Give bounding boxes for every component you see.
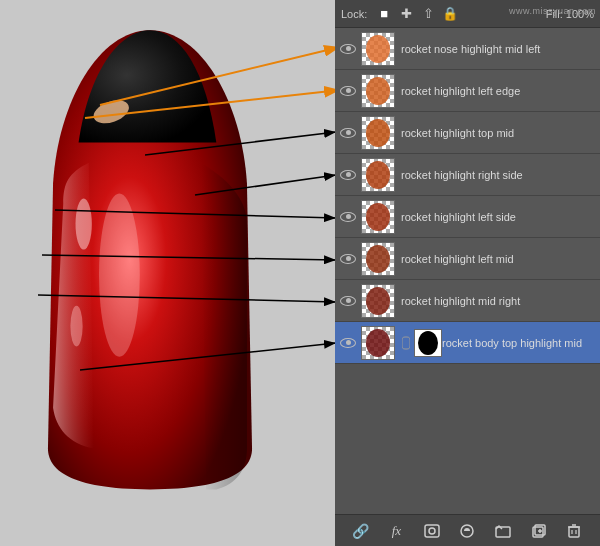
layer-thumbnail (361, 158, 395, 192)
layer-item[interactable]: rocket body top highlight mid (335, 322, 600, 364)
delete-layer-icon[interactable] (563, 520, 585, 542)
svg-point-25 (429, 528, 435, 534)
layer-thumbnail (361, 284, 395, 318)
link-layers-icon[interactable]: 🔗 (350, 520, 372, 542)
layer-item[interactable]: rocket nose highlight mid left (335, 28, 600, 70)
watermark: www.missyuan.com (509, 6, 596, 16)
svg-point-23 (418, 331, 438, 355)
add-mask-icon[interactable] (421, 520, 443, 542)
layer-visibility-toggle[interactable] (339, 334, 357, 352)
lock-label: Lock: (341, 8, 367, 20)
layer-name-label: rocket highlight left side (401, 211, 596, 223)
layer-effects-icon[interactable]: fx (385, 520, 407, 542)
layer-item[interactable]: rocket highlight left edge (335, 70, 600, 112)
svg-point-19 (366, 245, 390, 273)
layer-mask-thumbnail (414, 329, 442, 357)
svg-rect-24 (425, 525, 439, 537)
layer-visibility-toggle[interactable] (339, 292, 357, 310)
rocket-illustration (30, 20, 270, 520)
layer-name-label: rocket highlight left mid (401, 253, 596, 265)
lock-all-icon[interactable]: 🔒 (441, 5, 459, 23)
layer-name-label: rocket highlight mid right (401, 295, 596, 307)
layer-item[interactable]: rocket highlight mid right (335, 280, 600, 322)
svg-point-21 (366, 329, 390, 357)
layer-thumbnail (361, 326, 395, 360)
layers-list: rocket nose highlight mid left rocket hi… (335, 28, 600, 514)
layer-visibility-toggle[interactable] (339, 124, 357, 142)
lock-position-icon[interactable]: ✚ (397, 5, 415, 23)
svg-point-17 (366, 161, 390, 189)
svg-point-15 (366, 77, 390, 105)
layers-bottom-toolbar: 🔗 fx (335, 514, 600, 546)
layer-item[interactable]: rocket highlight left side (335, 196, 600, 238)
layer-visibility-toggle[interactable] (339, 40, 357, 58)
svg-rect-32 (569, 527, 579, 537)
layers-panel: Lock: ■ ✚ ⇧ 🔒 Fill: 100% www.missyuan.co… (335, 0, 600, 546)
svg-point-14 (366, 35, 390, 63)
layer-thumbnail (361, 116, 395, 150)
layer-visibility-toggle[interactable] (339, 250, 357, 268)
layer-item[interactable]: rocket highlight top mid (335, 112, 600, 154)
layer-name-label: rocket nose highlight mid left (401, 43, 596, 55)
lock-pixels-icon[interactable]: ■ (375, 5, 393, 23)
new-group-icon[interactable] (492, 520, 514, 542)
layer-thumbnail (361, 200, 395, 234)
svg-point-16 (366, 119, 390, 147)
svg-point-2 (76, 199, 92, 250)
adjustments-icon[interactable] (456, 520, 478, 542)
layer-item[interactable]: rocket highlight right side (335, 154, 600, 196)
canvas-area (0, 0, 340, 546)
svg-point-20 (366, 287, 390, 315)
svg-point-0 (99, 193, 140, 356)
layer-visibility-toggle[interactable] (339, 208, 357, 226)
layers-toolbar: Lock: ■ ✚ ⇧ 🔒 Fill: 100% www.missyuan.co… (335, 0, 600, 28)
lock-move-icon[interactable]: ⇧ (419, 5, 437, 23)
layer-name-label: rocket highlight top mid (401, 127, 596, 139)
layer-name-label: rocket body top highlight mid (442, 337, 596, 349)
svg-point-18 (366, 203, 390, 231)
layer-visibility-toggle[interactable] (339, 82, 357, 100)
new-layer-icon[interactable] (528, 520, 550, 542)
layer-thumbnail (361, 242, 395, 276)
layer-name-label: rocket highlight left edge (401, 85, 596, 97)
layer-item[interactable]: rocket highlight left mid (335, 238, 600, 280)
svg-point-3 (70, 306, 82, 347)
layer-thumbnail (361, 74, 395, 108)
svg-rect-27 (496, 527, 510, 537)
layer-name-label: rocket highlight right side (401, 169, 596, 181)
layer-visibility-toggle[interactable] (339, 166, 357, 184)
layer-thumbnail (361, 32, 395, 66)
layer-mask-chain-icon (401, 329, 411, 357)
